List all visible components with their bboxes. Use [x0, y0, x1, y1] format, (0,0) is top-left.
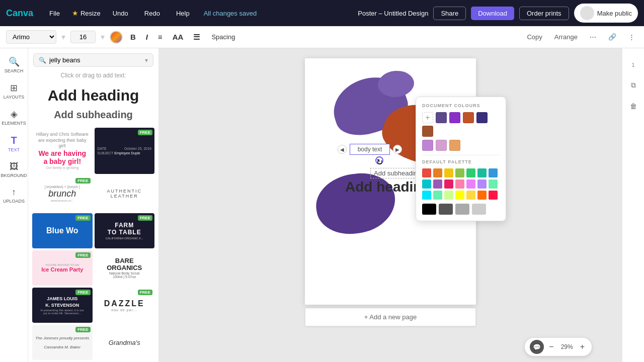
- color-swatch[interactable]: [463, 112, 474, 123]
- template-item[interactable]: FREE DATE October 25, 2019 SUBJECT Emplo…: [95, 128, 155, 174]
- sidebar-item-search[interactable]: 🔍 SEARCH: [2, 52, 26, 77]
- default-swatch[interactable]: [422, 168, 431, 177]
- font-family-select[interactable]: Arimo: [6, 30, 56, 44]
- share-button[interactable]: Share: [433, 7, 466, 20]
- page-number: 1: [631, 62, 634, 68]
- default-swatch[interactable]: [489, 168, 498, 177]
- free-badge: FREE: [138, 130, 152, 135]
- bold-button[interactable]: B: [128, 31, 138, 43]
- color-swatch[interactable]: [422, 140, 433, 151]
- add-color-button[interactable]: +: [422, 112, 433, 123]
- chevron-down-icon: ▾: [145, 57, 148, 64]
- chat-icon[interactable]: 💬: [530, 340, 544, 354]
- template-item[interactable]: AUTHENTIC LEATHER: [95, 176, 155, 211]
- sidebar-icons: 🔍 SEARCH ⊞ LAYOUTS ◈ ELEMENTS T TEXT 🖼 B…: [0, 48, 28, 362]
- default-swatch[interactable]: [477, 168, 487, 177]
- search-bar: 🔍 ▾: [28, 48, 158, 70]
- light-gray-swatch[interactable]: [472, 204, 486, 215]
- mid-gray-swatch[interactable]: [455, 204, 469, 215]
- delete-page-button[interactable]: 🗑: [626, 99, 641, 114]
- prev-text-arrow[interactable]: ◀: [338, 145, 347, 154]
- drag-text: Click or drag to add text:: [28, 70, 158, 82]
- more-options-button[interactable]: ⋯: [587, 31, 599, 43]
- search-icon: 🔍: [9, 56, 20, 67]
- default-swatch[interactable]: [433, 168, 442, 177]
- template-item-farm[interactable]: FREE FARMTO TABLE CALIFORNIA ORGANIC F..…: [95, 213, 155, 248]
- avatar: [580, 6, 594, 20]
- bottom-zoom-bar: 💬 − 29% +: [525, 338, 592, 356]
- redo-button[interactable]: Redo: [140, 8, 164, 19]
- sidebar-item-elements[interactable]: ◈ ELEMENTS: [2, 105, 26, 130]
- resize-button[interactable]: ★ Resize: [72, 9, 101, 17]
- font-size-input[interactable]: [70, 31, 96, 43]
- default-swatch[interactable]: [433, 191, 442, 200]
- color-swatch[interactable]: [449, 112, 460, 123]
- duplicate-page-button[interactable]: ⧉: [626, 77, 641, 93]
- default-swatch[interactable]: [466, 168, 475, 177]
- download-button[interactable]: Download: [471, 7, 514, 20]
- sidebar-item-background[interactable]: 🖼 BKGROUND: [2, 157, 26, 182]
- zoom-plus-button[interactable]: +: [578, 342, 587, 351]
- undo-button[interactable]: Undo: [109, 8, 132, 19]
- arrange-button[interactable]: Arrange: [551, 31, 581, 43]
- body-text-box[interactable]: body text: [350, 144, 390, 155]
- spacing-button[interactable]: Spacing: [207, 31, 239, 43]
- color-swatch[interactable]: [436, 140, 447, 151]
- list-button[interactable]: ☰: [191, 31, 202, 43]
- template-item[interactable]: FREE YOU'RE INVITED TO AN Ice Cream Part…: [32, 250, 93, 286]
- file-menu[interactable]: File: [45, 8, 64, 19]
- next-text-arrow[interactable]: ▶: [393, 145, 402, 154]
- copy-button[interactable]: Copy: [524, 31, 545, 43]
- color-swatch[interactable]: [476, 112, 488, 123]
- overflow-button[interactable]: ⋮: [625, 31, 638, 43]
- template-item[interactable]: Grandma's: [95, 325, 155, 360]
- default-swatch[interactable]: [444, 168, 453, 177]
- black-swatch[interactable]: [422, 204, 436, 215]
- template-item[interactable]: FREE DAZZLE eau de par...: [95, 288, 155, 323]
- search-input[interactable]: [49, 56, 142, 64]
- canva-logo[interactable]: Canva: [6, 8, 33, 19]
- rotate-handle[interactable]: ↻: [375, 156, 383, 164]
- help-button[interactable]: Help: [172, 8, 194, 19]
- template-item[interactable]: Hillary and Chris Softwareare expecting …: [32, 128, 93, 174]
- dark-gray-swatch[interactable]: [439, 204, 453, 215]
- color-swatch[interactable]: [449, 140, 460, 151]
- template-item[interactable]: FREE [ br(eakfast) + (lun)ch ] brunch ww…: [32, 176, 93, 211]
- default-swatch[interactable]: [477, 179, 487, 189]
- case-button[interactable]: AA: [170, 31, 186, 43]
- default-swatch[interactable]: [455, 191, 464, 200]
- template-item[interactable]: FREE The Joneses proudly presentsCassand…: [32, 325, 93, 360]
- template-item[interactable]: BAREORGANICS Natural Body Scrub150ml | 5…: [95, 250, 155, 286]
- default-palette-title: DEFAULT PALETTE: [422, 159, 500, 164]
- align-button[interactable]: ≡: [155, 31, 165, 43]
- font-color-button[interactable]: [110, 31, 123, 44]
- order-prints-button[interactable]: Order prints: [519, 7, 569, 20]
- default-swatch[interactable]: [455, 179, 464, 189]
- default-swatch[interactable]: [422, 191, 431, 200]
- template-grid: Hillary and Chris Softwareare expecting …: [28, 126, 158, 362]
- link-button[interactable]: 🔗: [605, 31, 619, 43]
- sidebar-item-layouts[interactable]: ⊞ LAYOUTS: [2, 78, 26, 104]
- add-subheading-button[interactable]: Add subheading: [28, 107, 158, 123]
- color-swatch[interactable]: [422, 126, 433, 137]
- default-swatch[interactable]: [466, 179, 475, 189]
- color-swatch[interactable]: [436, 112, 447, 123]
- default-swatch[interactable]: [489, 179, 498, 189]
- sidebar-item-text[interactable]: T TEXT: [2, 131, 26, 156]
- template-item[interactable]: FREE Blue Wo: [32, 213, 93, 248]
- default-swatch[interactable]: [444, 191, 453, 200]
- default-swatch[interactable]: [433, 179, 442, 189]
- default-swatch[interactable]: [422, 179, 431, 189]
- make-public-button[interactable]: Make public: [574, 4, 638, 23]
- sidebar-item-uploads[interactable]: ↑ UPLOADS: [2, 183, 26, 208]
- template-item[interactable]: FREE JAMES LOUISK. STEVENSON In presenti…: [32, 288, 93, 323]
- default-swatch[interactable]: [455, 168, 464, 177]
- italic-button[interactable]: I: [143, 31, 150, 43]
- zoom-minus-button[interactable]: −: [547, 342, 555, 351]
- default-swatch[interactable]: [489, 191, 498, 200]
- default-swatch[interactable]: [477, 191, 487, 200]
- default-swatch[interactable]: [444, 179, 453, 189]
- add-heading-button[interactable]: Add heading: [28, 84, 158, 107]
- add-page-button[interactable]: + Add a new page: [305, 308, 476, 326]
- default-swatch[interactable]: [466, 191, 475, 200]
